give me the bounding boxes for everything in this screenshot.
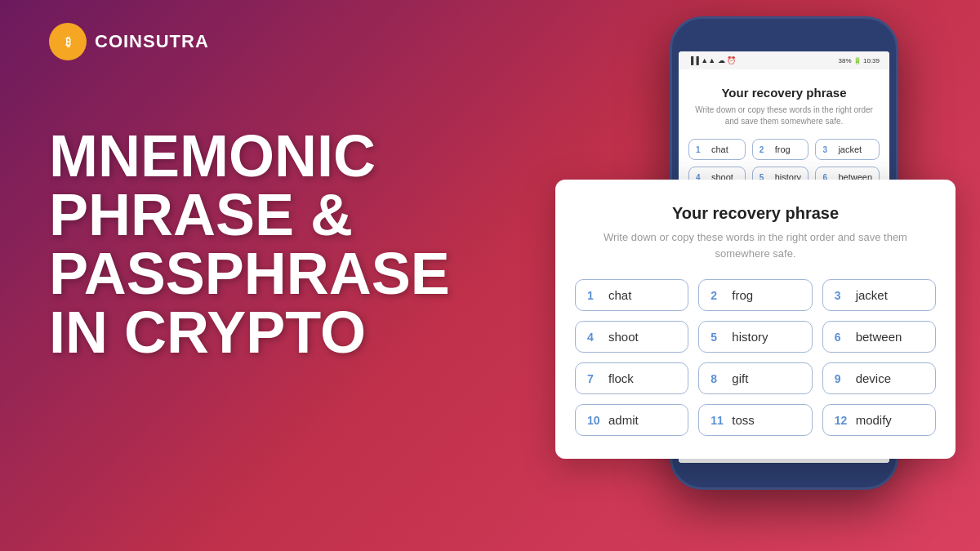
word-text: chat: [608, 288, 631, 302]
word-number: 9: [835, 372, 849, 385]
word-text: shoot: [608, 330, 639, 344]
word-text: jacket: [856, 288, 888, 302]
floating-card-subtitle: Write down or copy these words in the ri…: [575, 229, 936, 261]
headline-line1: MNEMONIC: [49, 123, 376, 189]
word-chip: 1chat: [575, 279, 688, 311]
word-number: 2: [710, 289, 725, 302]
word-chip-small: 1chat: [688, 139, 746, 160]
word-number: 4: [587, 331, 602, 344]
word-chip: 3jacket: [822, 279, 936, 311]
svg-text:₿: ₿: [65, 35, 71, 48]
word-text: modify: [856, 413, 892, 427]
logo-icon: ₿: [49, 23, 87, 60]
word-chip: 8gift: [698, 362, 812, 394]
word-text: gift: [732, 371, 748, 385]
word-chip: 5history: [698, 321, 812, 353]
word-text: admit: [608, 413, 639, 427]
logo-text: COINSUTRA: [95, 31, 209, 52]
word-chip: 9device: [822, 362, 936, 394]
word-number: 1: [587, 289, 602, 302]
headline-line3: PASSPHRASE: [49, 241, 450, 306]
word-number: 10: [587, 414, 602, 427]
recovery-title-small: Your recovery phrase: [721, 86, 846, 100]
word-text: device: [856, 371, 891, 385]
word-number: 11: [710, 414, 725, 427]
header: ₿ COINSUTRA: [49, 23, 209, 60]
word-chip: 7flock: [575, 362, 688, 394]
floating-card-title: Your recovery phrase: [575, 204, 936, 223]
word-chip: 4shoot: [575, 321, 688, 353]
word-chip: 10admit: [575, 404, 688, 436]
word-number: 5: [710, 331, 725, 344]
word-number: 6: [835, 331, 849, 344]
headline: MNEMONIC PHRASE & PASSPHRASE IN CRYPTO: [49, 127, 441, 362]
word-number: 12: [835, 414, 849, 427]
status-bar: ▐▐ ▲▲ ☁ ⏰ 38% 🔋 10:39: [679, 51, 889, 69]
word-chip-small: 3jacket: [815, 139, 880, 160]
recovery-subtitle-small: Write down or copy these words in the ri…: [688, 104, 880, 127]
phone-notch: [755, 25, 813, 45]
word-text: history: [732, 330, 768, 344]
word-chip: 12modify: [822, 404, 936, 436]
word-chip: 6between: [822, 321, 936, 353]
word-text: between: [856, 330, 902, 344]
word-number: 8: [710, 372, 725, 385]
floating-recovery-card: Your recovery phrase Write down or copy …: [555, 180, 956, 459]
status-right: 38% 🔋 10:39: [839, 57, 880, 64]
headline-line2: PHRASE &: [49, 182, 353, 247]
word-text: frog: [732, 288, 753, 302]
word-text: flock: [608, 371, 634, 385]
word-text: toss: [732, 413, 755, 427]
word-chip: 2frog: [698, 279, 812, 311]
recovery-words-grid: 1chat2frog3jacket4shoot5history6between7…: [575, 279, 936, 436]
word-chip-small: 2frog: [752, 139, 809, 160]
word-number: 3: [835, 289, 849, 302]
headline-line4: IN CRYPTO: [49, 300, 366, 365]
word-number: 7: [587, 372, 602, 385]
status-left: ▐▐ ▲▲ ☁ ⏰: [688, 56, 736, 64]
word-chip: 11toss: [698, 404, 812, 436]
